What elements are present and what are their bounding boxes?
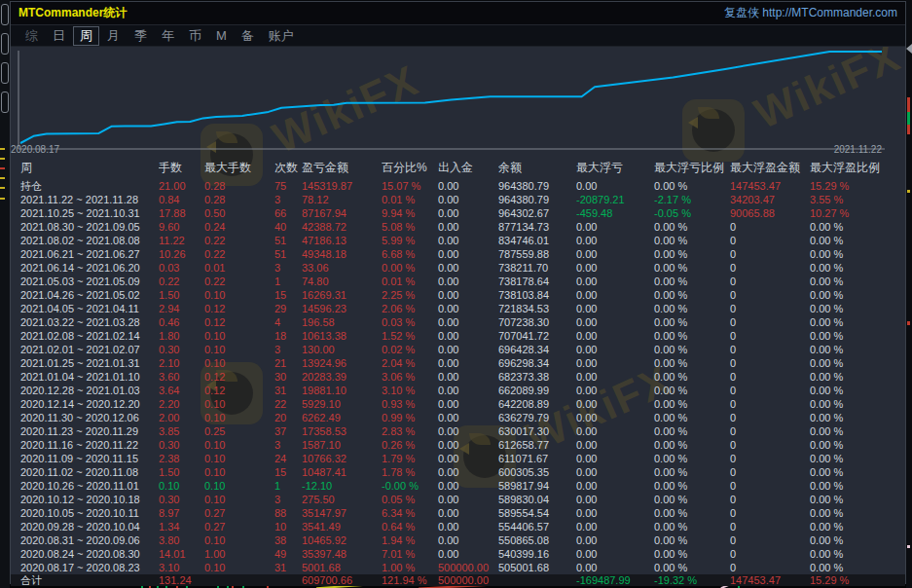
menu-item-备[interactable]: 备 — [235, 26, 261, 46]
col-header-max_float_loss: 最大浮亏 — [576, 160, 654, 176]
cell-max_float_profit: 0 — [730, 466, 810, 478]
cell-lots: 3.80 — [159, 534, 204, 546]
cell-count: 18 — [274, 330, 302, 342]
table-row-holding[interactable]: 持仓21.000.2875145319.8715.07 %0.00964380.… — [11, 179, 905, 193]
table-row-2021.02.01[interactable]: 2021.02.01 ~ 2021.02.070.300.103130.000.… — [11, 343, 905, 356]
cell-max_float_loss_pct: 0.00 % — [654, 180, 730, 192]
table-row-2021.01.04[interactable]: 2021.01.04 ~ 2021.01.103.600.123020283.3… — [11, 370, 905, 384]
table-row-2021.05.03[interactable]: 2021.05.03 ~ 2021.05.090.220.22174.800.0… — [11, 275, 905, 288]
cell-period: 持仓 — [20, 179, 159, 194]
cell-max_float_loss: 0.00 — [576, 221, 654, 233]
cell-max_lots: 0.25 — [204, 425, 274, 437]
cell-max_float_loss_pct: 0.00 % — [654, 371, 730, 383]
cell-in_out: 0.00 — [438, 371, 498, 383]
cell-pnl: 10465.92 — [302, 534, 382, 546]
table-row-2020.10.26[interactable]: 2020.10.26 ~ 2020.11.010.100.101-12.10-0… — [11, 479, 905, 493]
cell-max_float_loss_pct: 0.00 % — [654, 425, 730, 437]
cell-max_float_profit: 0 — [730, 534, 810, 546]
table-row-2020.10.05[interactable]: 2020.10.05 ~ 2020.10.118.970.278835147.9… — [11, 506, 905, 520]
cell-max_float_loss_pct: 0.00 % — [654, 439, 730, 451]
cell-balance: 738178.64 — [498, 276, 576, 287]
cell-max_lots: 0.24 — [204, 221, 274, 233]
table-row-2021.11.22[interactable]: 2021.11.22 ~ 2021.11.280.840.28378.120.0… — [11, 193, 905, 206]
cell-max_float_loss: 0.00 — [576, 180, 654, 192]
col-header-max_float_profit: 最大浮盈金额 — [730, 160, 810, 176]
equity-line — [20, 52, 882, 143]
table-row-2020.11.23[interactable]: 2020.11.23 ~ 2020.11.293.850.253717358.5… — [11, 424, 905, 438]
menu-item-季[interactable]: 季 — [128, 26, 154, 46]
background-candle-fragment — [907, 125, 910, 134]
stats-table: 周手数最大手数次数盈亏金额百分比%出入金余额最大浮亏最大浮亏比例最大浮盈金额最大… — [11, 156, 905, 586]
menu-item-月[interactable]: 月 — [100, 26, 127, 46]
cell-count: 3 — [274, 194, 302, 205]
cell-max_lots: 0.12 — [204, 303, 274, 314]
cell-balance: 707238.30 — [498, 316, 576, 328]
menu-item-年[interactable]: 年 — [155, 26, 181, 46]
menu-item-周[interactable]: 周 — [73, 26, 99, 46]
table-row-2020.08.24[interactable]: 2020.08.24 ~ 2020.08.3014.011.004935397.… — [11, 547, 905, 561]
cell-max_float_profit_pct: 10.27 % — [810, 207, 894, 219]
brand-link[interactable]: 复盘侠 http://MTCommander.com — [724, 5, 897, 21]
table-row-2021.08.02[interactable]: 2021.08.02 ~ 2021.08.0811.220.225147186.… — [11, 234, 905, 247]
title-bar[interactable]: MTCommander统计 复盘侠 http://MTCommander.com — [11, 2, 905, 25]
cell-max_float_loss: 0.00 — [576, 303, 654, 314]
cell-lots: 1.50 — [159, 466, 204, 478]
table-row-2020.08.31[interactable]: 2020.08.31 ~ 2020.09.063.800.103810465.9… — [11, 533, 905, 547]
cell-count: 66 — [274, 207, 302, 219]
cell-lots: 10.26 — [159, 248, 204, 260]
cell-max_float_loss_pct: 0.00 % — [654, 262, 730, 274]
cell-max_float_loss: 0.00 — [576, 425, 654, 437]
table-row-2021.10.25[interactable]: 2021.10.25 ~ 2021.10.3117.880.506687167.… — [11, 206, 905, 220]
cell-max_lots: 0.10 — [204, 357, 274, 369]
cell-period: 2021.04.26 ~ 2021.05.02 — [20, 289, 159, 301]
cell-max_float_loss_pct: 0.00 % — [654, 276, 730, 287]
table-row-2021.06.21[interactable]: 2021.06.21 ~ 2021.06.2710.260.225149348.… — [11, 247, 905, 261]
table-row-2020.12.28[interactable]: 2020.12.28 ~ 2021.01.033.640.123119881.1… — [11, 384, 905, 397]
table-row-2020.12.14[interactable]: 2020.12.14 ~ 2020.12.202.200.10225929.10… — [11, 397, 905, 411]
cell-pct: 15.07 % — [382, 180, 438, 192]
menu-item-币[interactable]: 币 — [182, 26, 208, 46]
table-row-2021.08.30[interactable]: 2021.08.30 ~ 2021.09.059.600.244042388.7… — [11, 220, 905, 234]
cell-period: 2020.11.09 ~ 2020.11.15 — [20, 453, 159, 464]
cell-max_float_profit: 0 — [730, 439, 810, 451]
table-row-2020.11.16[interactable]: 2020.11.16 ~ 2020.11.220.300.1031587.100… — [11, 438, 905, 452]
cell-max_float_loss_pct: 0.00 % — [654, 480, 730, 492]
cell-max_float_loss: 0.00 — [576, 412, 654, 423]
table-row-2020.10.12[interactable]: 2020.10.12 ~ 2020.10.180.300.103275.500.… — [11, 493, 905, 506]
col-header-max_lots: 最大手数 — [204, 160, 274, 176]
cell-max_float_profit: 0 — [730, 303, 810, 314]
table-row-2021.06.14[interactable]: 2021.06.14 ~ 2021.06.200.030.01333.060.0… — [11, 261, 905, 275]
cell-balance: 696298.34 — [498, 357, 576, 369]
cell-balance: 787559.88 — [498, 248, 576, 260]
cell-max_float_profit: 0 — [730, 480, 810, 492]
table-row-2020.11.02[interactable]: 2020.11.02 ~ 2020.11.081.500.101510487.4… — [11, 465, 905, 479]
table-row-2021.02.08[interactable]: 2021.02.08 ~ 2021.02.141.800.101810613.3… — [11, 329, 905, 343]
table-row-2020.11.09[interactable]: 2020.11.09 ~ 2020.11.152.380.102410766.3… — [11, 452, 905, 465]
cell-lots: 0.30 — [159, 494, 204, 505]
table-row-2021.01.25[interactable]: 2021.01.25 ~ 2021.01.312.100.102113924.9… — [11, 356, 905, 370]
cell-max_float_loss_pct: 0.00 % — [654, 562, 730, 573]
cell-pnl: 42388.72 — [302, 221, 382, 233]
menu-item-账户[interactable]: 账户 — [262, 26, 301, 46]
background-candle-fragment — [907, 97, 910, 112]
cell-balance: 589830.04 — [498, 494, 576, 505]
cell-balance: 612658.77 — [498, 439, 576, 451]
cell-max_float_loss: 0.00 — [576, 385, 654, 396]
table-row-2021.04.05[interactable]: 2021.04.05 ~ 2021.04.112.940.122914596.2… — [11, 302, 905, 315]
cell-max_lots: 0.10 — [204, 439, 274, 451]
cell-count: 3 — [274, 494, 302, 505]
menu-item-M[interactable]: M — [209, 27, 234, 44]
cell-balance: 589817.94 — [498, 480, 576, 492]
menu-item-日[interactable]: 日 — [46, 26, 72, 46]
background-toolbar-button — [1, 62, 9, 84]
cell-max_float_profit: 0 — [730, 276, 810, 287]
cell-pct: 3.06 % — [382, 371, 438, 383]
menu-item-综[interactable]: 综 — [18, 26, 45, 46]
table-row-2021.03.22[interactable]: 2021.03.22 ~ 2021.03.280.460.124196.580.… — [11, 315, 905, 329]
cell-pnl: 47186.13 — [302, 235, 382, 246]
table-row-2021.04.26[interactable]: 2021.04.26 ~ 2021.05.021.500.101516269.3… — [11, 288, 905, 302]
table-row-2020.09.28[interactable]: 2020.09.28 ~ 2020.10.041.340.27103541.49… — [11, 520, 905, 533]
cell-pnl: 33.06 — [302, 262, 382, 274]
cell-pct: 1.79 % — [382, 453, 438, 464]
table-row-2020.11.30[interactable]: 2020.11.30 ~ 2020.12.062.000.10206262.49… — [11, 411, 905, 424]
